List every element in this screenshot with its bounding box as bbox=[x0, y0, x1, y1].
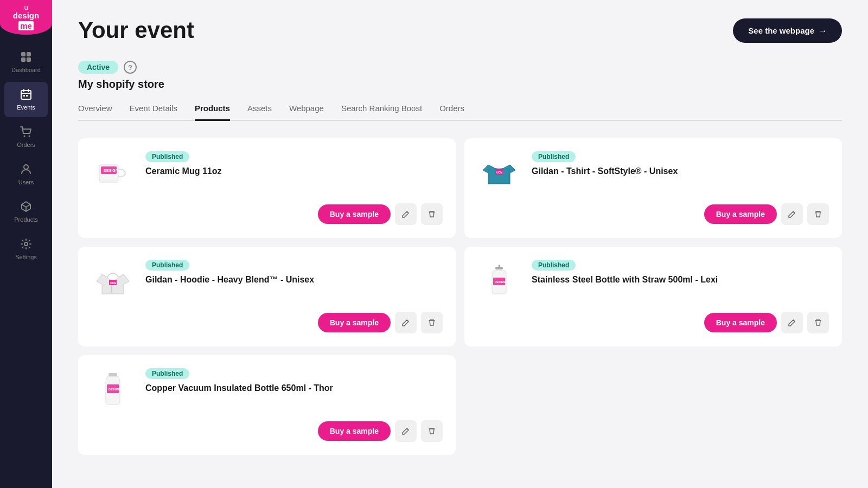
sidebar-item-users[interactable]: Users bbox=[4, 157, 48, 192]
sidebar-item-settings[interactable]: Settings bbox=[4, 232, 48, 267]
svg-point-11 bbox=[29, 136, 30, 137]
svg-point-10 bbox=[24, 136, 25, 137]
product-actions-vacuum-bottle: Buy a sample bbox=[91, 420, 443, 442]
sidebar-item-orders[interactable]: Orders bbox=[4, 119, 48, 155]
svg-text:UDM: UDM bbox=[110, 281, 116, 285]
delete-button-vacuum-bottle[interactable] bbox=[421, 420, 443, 442]
edit-button-mug[interactable] bbox=[395, 203, 417, 225]
product-info-vacuum-bottle: Published Copper Vacuum Insulated Bottle… bbox=[145, 368, 443, 393]
buy-sample-button-bottle[interactable]: Buy a sample bbox=[704, 313, 777, 332]
svg-line-37 bbox=[407, 428, 409, 430]
svg-rect-0 bbox=[21, 52, 25, 56]
main-content: Your event See the webpage → Active ? My… bbox=[52, 0, 868, 488]
tab-products[interactable]: Products bbox=[195, 104, 230, 121]
delete-button-hoodie[interactable] bbox=[421, 312, 443, 333]
buy-sample-button-vacuum-bottle[interactable]: Buy a sample bbox=[318, 421, 391, 441]
edit-button-tshirt[interactable] bbox=[781, 203, 803, 225]
status-row: Active ? bbox=[78, 61, 842, 74]
product-card-hoodie: UDM Published Gildan - Hoodie - Heavy Bl… bbox=[78, 247, 456, 346]
settings-icon bbox=[20, 238, 32, 252]
dashboard-icon bbox=[20, 51, 32, 65]
svg-line-15 bbox=[26, 204, 30, 207]
product-card-top-hoodie: UDM Published Gildan - Hoodie - Heavy Bl… bbox=[91, 260, 443, 303]
edit-button-hoodie[interactable] bbox=[395, 312, 417, 333]
logo-u: u bbox=[13, 4, 39, 11]
svg-point-16 bbox=[24, 242, 28, 246]
tab-overview[interactable]: Overview bbox=[78, 104, 112, 121]
edit-button-vacuum-bottle[interactable] bbox=[395, 420, 417, 442]
delete-button-tshirt[interactable] bbox=[807, 203, 829, 225]
users-icon bbox=[20, 163, 32, 177]
svg-rect-1 bbox=[27, 52, 31, 56]
svg-line-33 bbox=[793, 320, 795, 322]
sidebar-label-products: Products bbox=[14, 216, 37, 223]
product-card-mug: DESIGN Published Ceramic Mug 11oz Buy a … bbox=[78, 138, 456, 238]
product-card-top-vacuum-bottle: DESIGN Published Copper Vacuum Insulated… bbox=[91, 368, 443, 412]
product-card-top-tshirt: UDM Published Gildan - Tshirt - SoftStyl… bbox=[477, 151, 829, 195]
svg-rect-4 bbox=[21, 91, 31, 99]
product-info-bottle: Published Stainless Steel Bottle with St… bbox=[532, 260, 829, 285]
product-status-mug: Published bbox=[145, 151, 189, 162]
tab-assets[interactable]: Assets bbox=[247, 104, 272, 121]
product-info-hoodie: Published Gildan - Hoodie - Heavy Blend™… bbox=[145, 260, 443, 285]
svg-line-28 bbox=[407, 320, 409, 322]
tab-orders[interactable]: Orders bbox=[439, 104, 464, 121]
sidebar-label-dashboard: Dashboard bbox=[11, 67, 41, 73]
buy-sample-button-hoodie[interactable]: Buy a sample bbox=[318, 313, 391, 332]
product-image-vacuum-bottle: DESIGN bbox=[91, 368, 135, 412]
store-name: My shopify store bbox=[78, 78, 842, 91]
sidebar-label-orders: Orders bbox=[17, 142, 35, 148]
sidebar-label-users: Users bbox=[18, 179, 34, 185]
product-actions-tshirt: Buy a sample bbox=[477, 203, 829, 225]
product-card-vacuum-bottle: DESIGN Published Copper Vacuum Insulated… bbox=[78, 355, 456, 455]
svg-rect-9 bbox=[26, 95, 28, 97]
delete-button-mug[interactable] bbox=[421, 203, 443, 225]
product-image-tshirt: UDM bbox=[477, 151, 521, 195]
sidebar-item-events[interactable]: Events bbox=[4, 82, 48, 117]
products-grid: DESIGN Published Ceramic Mug 11oz Buy a … bbox=[78, 138, 842, 455]
product-name-tshirt: Gildan - Tshirt - SoftStyle® - Unisex bbox=[532, 166, 829, 176]
logo[interactable]: u design me bbox=[0, 0, 52, 35]
tab-search-ranking[interactable]: Search Ranking Boost bbox=[341, 104, 422, 121]
product-name-hoodie: Gildan - Hoodie - Heavy Blend™ - Unisex bbox=[145, 275, 443, 285]
product-image-bottle: DESIGN bbox=[477, 260, 521, 303]
sidebar-item-dashboard[interactable]: Dashboard bbox=[4, 44, 48, 80]
page-header: Your event See the webpage → bbox=[78, 17, 842, 43]
product-info-mug: Published Ceramic Mug 11oz bbox=[145, 151, 443, 176]
svg-text:DESIGN: DESIGN bbox=[108, 388, 119, 391]
sidebar-label-events: Events bbox=[17, 104, 35, 111]
see-webpage-arrow: → bbox=[819, 26, 827, 35]
sidebar-item-products[interactable]: Products bbox=[4, 194, 48, 229]
product-actions-hoodie: Buy a sample bbox=[91, 312, 443, 333]
svg-rect-8 bbox=[23, 95, 25, 97]
product-name-vacuum-bottle: Copper Vacuum Insulated Bottle 650ml - T… bbox=[145, 383, 443, 393]
edit-button-bottle[interactable] bbox=[781, 312, 803, 333]
events-icon bbox=[20, 88, 32, 102]
svg-text:DESIGN: DESIGN bbox=[104, 169, 118, 172]
svg-text:UDM: UDM bbox=[496, 171, 502, 174]
products-icon bbox=[20, 201, 32, 214]
tabs: Overview Event Details Products Assets W… bbox=[78, 104, 842, 121]
buy-sample-button-mug[interactable]: Buy a sample bbox=[318, 204, 391, 224]
product-image-hoodie: UDM bbox=[91, 260, 135, 303]
svg-text:DESIGN: DESIGN bbox=[495, 280, 506, 284]
tab-event-details[interactable]: Event Details bbox=[130, 104, 177, 121]
delete-button-bottle[interactable] bbox=[807, 312, 829, 333]
sidebar: u design me Dashboard E bbox=[0, 0, 52, 488]
svg-rect-2 bbox=[21, 57, 25, 62]
svg-point-12 bbox=[24, 165, 28, 169]
see-webpage-button[interactable]: See the webpage → bbox=[733, 18, 842, 43]
svg-rect-3 bbox=[27, 57, 31, 62]
product-card-top-bottle: DESIGN Published Stainless Steel Bottle … bbox=[477, 260, 829, 303]
product-status-tshirt: Published bbox=[532, 151, 576, 162]
logo-me: me bbox=[18, 21, 34, 30]
product-name-bottle: Stainless Steel Bottle with Straw 500ml … bbox=[532, 275, 829, 285]
buy-sample-button-tshirt[interactable]: Buy a sample bbox=[704, 204, 777, 224]
product-info-tshirt: Published Gildan - Tshirt - SoftStyle® -… bbox=[532, 151, 829, 176]
tab-webpage[interactable]: Webpage bbox=[289, 104, 324, 121]
product-status-bottle: Published bbox=[532, 260, 576, 271]
product-name-mug: Ceramic Mug 11oz bbox=[145, 166, 443, 176]
svg-line-21 bbox=[407, 211, 409, 213]
help-icon[interactable]: ? bbox=[124, 61, 137, 74]
status-badge: Active bbox=[78, 61, 118, 74]
